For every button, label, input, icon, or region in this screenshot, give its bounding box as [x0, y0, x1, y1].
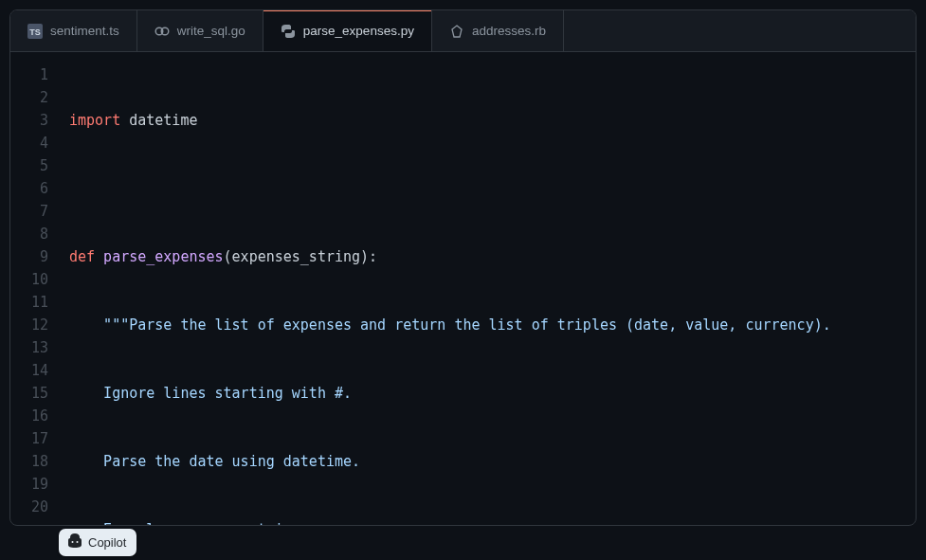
code-area[interactable]: import datetime def parse_expenses(expen…: [58, 63, 916, 526]
line-number: 17: [10, 427, 48, 450]
go-icon: [154, 24, 170, 39]
tab-addresses-rb[interactable]: addresses.rb: [432, 10, 564, 51]
line-number: 15: [10, 382, 48, 405]
line-number: 8: [10, 223, 48, 245]
line-number: 3: [10, 109, 48, 132]
rb-icon: [449, 24, 464, 39]
tab-label: sentiment.ts: [50, 24, 119, 38]
line-number: 11: [10, 291, 48, 314]
line-number: 2: [10, 86, 48, 109]
code-line: [58, 177, 916, 200]
line-number-gutter: 1 2 3 4 5 6 7 8 9 10 11 12 13 14 15 16 1…: [10, 63, 58, 526]
line-number: 6: [10, 177, 48, 200]
code-line: Ignore lines starting with #.: [58, 382, 916, 405]
line-number: 14: [10, 359, 48, 382]
code-line: """Parse the list of expenses and return…: [58, 314, 916, 336]
line-number: 19: [10, 473, 48, 496]
line-number: 20: [10, 496, 48, 518]
line-number: 9: [10, 245, 48, 268]
tab-write-sql-go[interactable]: write_sql.go: [137, 10, 263, 51]
tab-label: addresses.rb: [472, 24, 546, 38]
editor-window: TS sentiment.ts write_sql.go parse_expen…: [9, 9, 917, 526]
tab-label: write_sql.go: [177, 24, 245, 38]
code-editor[interactable]: 1 2 3 4 5 6 7 8 9 10 11 12 13 14 15 16 1…: [10, 52, 916, 526]
tab-parse-expenses-py[interactable]: parse_expenses.py: [263, 10, 432, 51]
line-number: 12: [10, 314, 48, 336]
tab-sentiment-ts[interactable]: TS sentiment.ts: [10, 10, 137, 51]
line-number: 16: [10, 405, 48, 427]
line-number: 13: [10, 336, 48, 359]
copilot-badge[interactable]: Copilot: [59, 529, 136, 556]
svg-text:TS: TS: [29, 27, 41, 37]
py-icon: [281, 24, 296, 39]
code-line: import datetime: [58, 109, 916, 132]
ts-icon: TS: [27, 24, 43, 39]
tab-bar: TS sentiment.ts write_sql.go parse_expen…: [10, 10, 916, 52]
copilot-icon: [67, 533, 82, 551]
code-line: def parse_expenses(expenses_string):: [58, 245, 916, 268]
copilot-label: Copilot: [88, 535, 126, 550]
line-number: 18: [10, 450, 48, 473]
line-number: 4: [10, 132, 48, 154]
line-number: 7: [10, 200, 48, 223]
line-number: 1: [10, 63, 48, 86]
code-line: Example expenses_string:: [58, 518, 916, 526]
tab-label: parse_expenses.py: [303, 24, 414, 38]
line-number: 5: [10, 154, 48, 177]
line-number: 10: [10, 268, 48, 291]
code-line: Parse the date using datetime.: [58, 450, 916, 473]
